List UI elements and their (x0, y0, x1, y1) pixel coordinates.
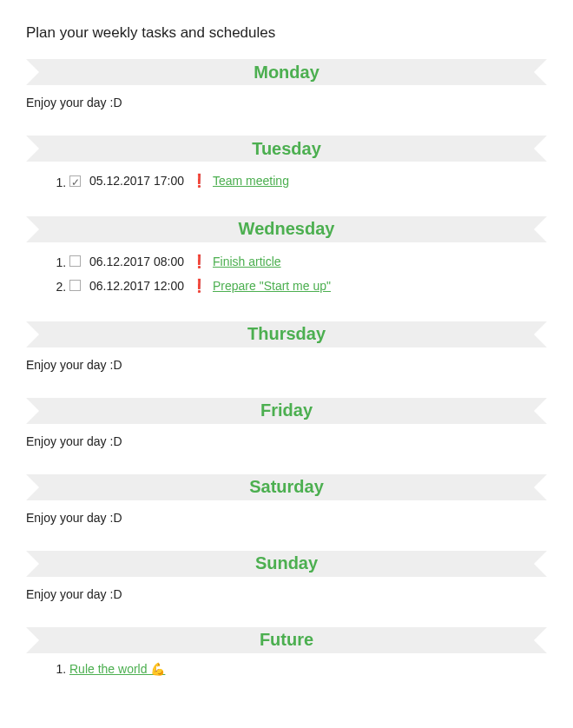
day-name: Future (260, 630, 313, 650)
task-link[interactable]: Team meeting (213, 171, 289, 190)
day-header: Monday (26, 59, 547, 85)
task-link[interactable]: Finish article (213, 252, 281, 271)
exclamation-icon: ❗ (191, 251, 207, 272)
day-name: Tuesday (252, 139, 321, 159)
empty-day-text: Enjoy your day :D (26, 586, 547, 603)
day-name: Sunday (255, 553, 318, 573)
day-header: Tuesday (26, 136, 547, 162)
empty-day-text: Enjoy your day :D (26, 509, 547, 526)
task-row: 05.12.2017 17:00 ❗ Team meeting (69, 170, 547, 192)
day-name: Monday (254, 63, 319, 83)
section-saturday: Saturday Enjoy your day :D (26, 474, 547, 526)
day-name: Saturday (249, 477, 324, 497)
task-link[interactable]: Prepare "Start me up" (213, 276, 331, 295)
task-checkbox[interactable] (69, 280, 81, 291)
day-name: Thursday (247, 324, 326, 344)
section-friday: Friday Enjoy your day :D (26, 398, 547, 450)
day-header: Wednesday (26, 216, 547, 242)
task-list: 06.12.2017 08:00 ❗ Finish article 06.12.… (26, 251, 547, 297)
page-title: Plan your weekly tasks and schedules (26, 24, 547, 42)
section-monday: Monday Enjoy your day :D (26, 59, 547, 111)
empty-day-text: Enjoy your day :D (26, 94, 547, 111)
day-header: Friday (26, 398, 547, 424)
day-header: Thursday (26, 321, 547, 347)
exclamation-icon: ❗ (191, 170, 207, 191)
future-list: Rule the world 💪 (26, 662, 547, 676)
day-header: Sunday (26, 551, 547, 577)
section-future: Future Rule the world 💪 (26, 627, 547, 676)
task-datetime: 06.12.2017 08:00 (89, 252, 184, 271)
task-list: 05.12.2017 17:00 ❗ Team meeting (26, 170, 547, 192)
future-link[interactable]: Rule the world 💪 (69, 662, 165, 676)
exclamation-icon: ❗ (191, 275, 207, 296)
task-row: 06.12.2017 08:00 ❗ Finish article (69, 251, 547, 273)
task-checkbox[interactable] (69, 255, 81, 267)
section-sunday: Sunday Enjoy your day :D (26, 551, 547, 603)
future-item: Rule the world 💪 (69, 662, 547, 676)
task-datetime: 06.12.2017 12:00 (89, 276, 184, 295)
day-name: Wednesday (239, 219, 335, 239)
task-checkbox[interactable] (69, 175, 81, 187)
section-tuesday: Tuesday 05.12.2017 17:00 ❗ Team meeting (26, 136, 547, 192)
task-row: 06.12.2017 12:00 ❗ Prepare "Start me up" (69, 275, 547, 297)
day-header: Saturday (26, 474, 547, 500)
day-name: Friday (260, 400, 313, 420)
task-datetime: 05.12.2017 17:00 (89, 171, 184, 190)
empty-day-text: Enjoy your day :D (26, 356, 547, 374)
day-header: Future (26, 627, 547, 653)
section-wednesday: Wednesday 06.12.2017 08:00 ❗ Finish arti… (26, 216, 547, 297)
empty-day-text: Enjoy your day :D (26, 433, 547, 450)
section-thursday: Thursday Enjoy your day :D (26, 321, 547, 374)
